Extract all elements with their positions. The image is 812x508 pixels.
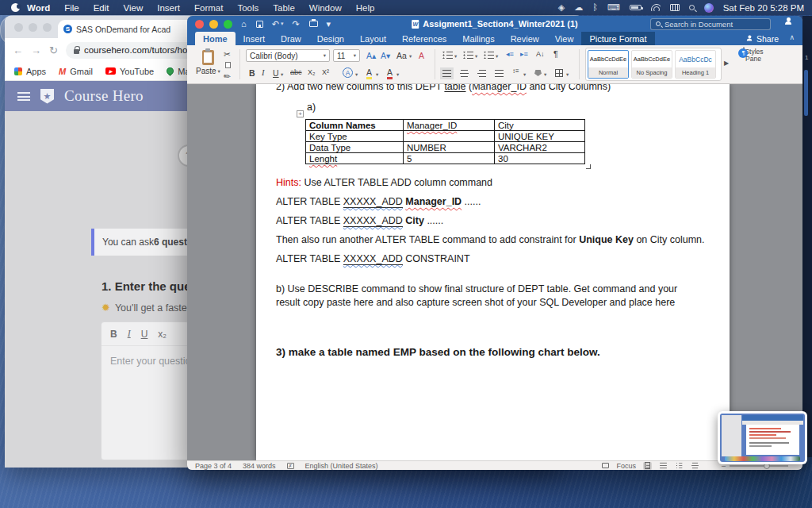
bluetooth-icon[interactable]: ᛒ <box>592 3 598 12</box>
window-manager-icon[interactable] <box>670 4 680 11</box>
account-icon[interactable] <box>785 21 791 25</box>
justify-button[interactable] <box>495 70 504 77</box>
siri-icon[interactable] <box>704 3 714 13</box>
styles-gallery-more-icon[interactable]: ▶ <box>724 60 729 67</box>
wifi-icon[interactable] <box>651 4 661 11</box>
menu-insert[interactable]: Insert <box>150 3 187 13</box>
tab-review[interactable]: Review <box>503 32 547 45</box>
bookmark-apps[interactable]: Apps <box>14 67 46 76</box>
dept-table[interactable]: Column Names Manager_ID City Key Type UN… <box>305 119 585 164</box>
shrink-font-button[interactable]: A▾ <box>381 52 390 60</box>
menubar-app-name[interactable]: Word <box>20 3 57 13</box>
input-source-icon[interactable]: ⌨ <box>607 3 620 12</box>
proofing-status-icon[interactable]: ✗ <box>287 463 294 469</box>
tab-insert[interactable]: Insert <box>236 32 274 45</box>
focus-label[interactable]: Focus <box>616 462 636 470</box>
print-icon[interactable] <box>309 21 318 27</box>
tab-design[interactable]: Design <box>309 32 352 45</box>
shading-button[interactable] <box>534 70 542 76</box>
table-move-handle[interactable]: + <box>297 110 304 117</box>
coursehero-brand[interactable]: Course Hero <box>64 87 144 105</box>
borders-button[interactable] <box>555 69 563 77</box>
undo-icon[interactable]: ↶ <box>272 20 279 29</box>
highlight-button[interactable]: A <box>366 68 372 79</box>
question-input-placeholder[interactable]: Enter your questio <box>102 346 189 367</box>
tab-home[interactable]: Home <box>195 32 236 45</box>
sort-button[interactable]: A↓ <box>536 51 545 58</box>
editor-subscript-button[interactable]: x₂ <box>158 329 167 340</box>
forward-icon[interactable]: → <box>31 44 41 56</box>
numbering-button[interactable] <box>463 52 473 59</box>
clear-formatting-button[interactable]: A <box>419 52 424 60</box>
style-no-spacing[interactable]: AaBbCcDdEe No Spacing <box>631 50 672 79</box>
align-left-button[interactable] <box>442 70 451 77</box>
screenshot-thumbnail[interactable] <box>718 411 807 464</box>
bookmark-youtube[interactable]: ▶YouTube <box>105 67 154 76</box>
increase-indent-button[interactable]: ▸≡ <box>520 51 528 58</box>
underline-button[interactable]: U <box>273 69 279 78</box>
menu-edit[interactable]: Edit <box>86 3 117 13</box>
word-traffic-lights[interactable] <box>195 20 232 29</box>
font-color-button[interactable]: A <box>387 68 393 79</box>
style-heading1[interactable]: AaBbCcDc Heading 1 <box>675 50 716 79</box>
onedrive-cloud-icon[interactable]: ☁ <box>574 3 583 12</box>
redo-icon[interactable]: ↷ <box>292 20 299 29</box>
battery-icon[interactable] <box>630 5 642 10</box>
format-painter-icon[interactable]: ✎ <box>222 71 233 82</box>
web-layout-view-button[interactable] <box>659 462 668 470</box>
strikethrough-button[interactable]: abc <box>290 69 302 76</box>
home-icon[interactable]: ⌂ <box>241 20 247 29</box>
subscript-button[interactable]: X₂ <box>308 69 316 76</box>
line-spacing-button[interactable]: ↕≡ <box>512 68 519 75</box>
menu-window[interactable]: Window <box>302 3 349 13</box>
tab-references[interactable]: References <box>394 32 454 45</box>
paste-button[interactable]: Paste▾ <box>195 49 221 76</box>
bullets-button[interactable] <box>442 52 453 59</box>
bold-button[interactable]: B <box>249 69 255 78</box>
grow-font-button[interactable]: A▴ <box>366 52 376 60</box>
tab-view[interactable]: View <box>547 32 582 45</box>
editor-bold-button[interactable]: B <box>110 329 117 340</box>
superscript-button[interactable]: X² <box>322 69 329 76</box>
back-icon[interactable]: ← <box>13 44 23 56</box>
editor-italic-button[interactable]: I <box>128 328 131 340</box>
draft-view-button[interactable] <box>691 462 699 470</box>
print-layout-view-button[interactable] <box>643 462 652 470</box>
cut-icon[interactable]: ✂ <box>224 50 231 59</box>
table-resize-handle[interactable] <box>586 164 591 169</box>
document-canvas[interactable]: 2) Add two new columns to this DEPT tabl… <box>187 84 802 460</box>
copy-icon[interactable] <box>225 62 231 68</box>
tab-layout[interactable]: Layout <box>352 32 394 45</box>
menu-tools[interactable]: Tools <box>230 3 266 13</box>
menu-view[interactable]: View <box>117 3 151 13</box>
menubar-clock[interactable]: Sat Feb 20 5:28 PM <box>723 3 804 13</box>
status-wordcount[interactable]: 384 words <box>243 462 276 470</box>
change-case-button[interactable]: Aa <box>396 52 407 60</box>
search-in-document-field[interactable]: Search in Document <box>650 18 771 30</box>
zoom-track[interactable] <box>730 465 788 467</box>
question-editor[interactable]: B I U x₂ Enter your questio <box>101 321 190 460</box>
decrease-indent-button[interactable]: ◂≡ <box>506 51 514 58</box>
outline-view-button[interactable] <box>675 462 684 470</box>
bookmark-gmail[interactable]: MGmail <box>59 67 93 76</box>
menu-table[interactable]: Table <box>266 3 302 13</box>
reload-icon[interactable]: ↻ <box>49 44 58 56</box>
status-page[interactable]: Page 3 of 4 <box>195 462 232 470</box>
tab-draw[interactable]: Draw <box>273 32 309 45</box>
apple-menu-icon[interactable] <box>11 3 20 12</box>
show-marks-button[interactable]: ¶ <box>553 50 558 59</box>
editor-underline-button[interactable]: U <box>141 329 148 340</box>
docker-status-icon[interactable]: ◈ <box>558 3 565 12</box>
align-center-button[interactable] <box>460 70 469 77</box>
font-name-select[interactable]: Calibri (Body)▾ <box>246 49 330 62</box>
chrome-tab-sas[interactable]: S SAS OnDemand for Acad × <box>58 20 199 38</box>
document-page[interactable]: 2) Add two new columns to this DEPT tabl… <box>256 84 730 460</box>
quick-access-icon[interactable]: ▾ <box>327 20 331 29</box>
multilevel-list-button[interactable] <box>484 52 494 59</box>
text-effects-button[interactable]: A <box>343 67 353 78</box>
align-right-button[interactable] <box>477 70 486 77</box>
menu-file[interactable]: File <box>57 3 86 13</box>
style-normal[interactable]: AaBbCcDdEe Normal <box>588 50 629 79</box>
undo-dropdown-icon[interactable]: ▾ <box>281 21 284 27</box>
styles-pane-button[interactable]: Styles Pane <box>736 48 771 64</box>
